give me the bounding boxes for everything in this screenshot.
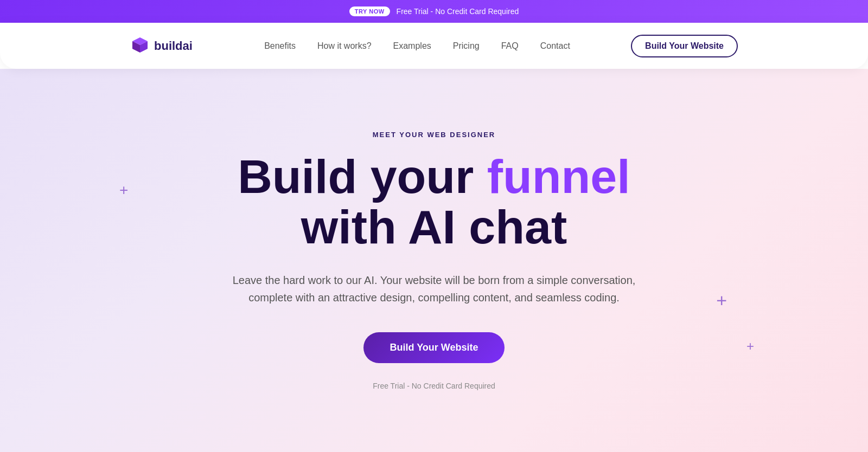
hero-section: + + + MEET YOUR WEB DESIGNER Build your … (0, 69, 868, 452)
decoration-plus-1: + (119, 183, 128, 198)
nav-cta-button[interactable]: Build Your Website (631, 35, 738, 57)
hero-content: MEET YOUR WEB DESIGNER Build your funnel… (195, 98, 673, 423)
nav-how-it-works[interactable]: How it works? (317, 41, 372, 51)
hero-title-part1: Build your (238, 150, 487, 203)
banner-text: Free Trial - No Credit Card Required (397, 7, 519, 16)
hero-title-highlight: funnel (487, 150, 630, 203)
hero-cta-wrapper: Build Your Website Free Trial - No Credi… (217, 332, 651, 390)
logo[interactable]: buildai (130, 35, 193, 57)
decoration-plus-3: + (746, 340, 754, 353)
navbar: buildai Benefits How it works? Examples … (0, 23, 868, 69)
nav-links: Benefits How it works? Examples Pricing … (231, 41, 604, 51)
free-trial-text: Free Trial - No Credit Card Required (217, 382, 651, 390)
decoration-plus-2: + (716, 291, 727, 309)
top-banner: TRY NOW Free Trial - No Credit Card Requ… (0, 0, 868, 23)
nav-pricing[interactable]: Pricing (453, 41, 480, 51)
hero-cta-button[interactable]: Build Your Website (363, 332, 504, 363)
nav-contact[interactable]: Contact (540, 41, 570, 51)
meet-label: MEET YOUR WEB DESIGNER (217, 131, 651, 139)
hero-title: Build your funnel with AI chat (217, 152, 651, 252)
try-now-badge[interactable]: TRY NOW (349, 7, 390, 16)
nav-faq[interactable]: FAQ (501, 41, 519, 51)
logo-text: buildai (154, 39, 193, 53)
hero-title-part2: with AI chat (301, 200, 567, 254)
nav-benefits[interactable]: Benefits (264, 41, 296, 51)
nav-examples[interactable]: Examples (393, 41, 431, 51)
hero-subtitle: Leave the hard work to our AI. Your webs… (217, 272, 651, 306)
logo-icon (130, 35, 150, 57)
